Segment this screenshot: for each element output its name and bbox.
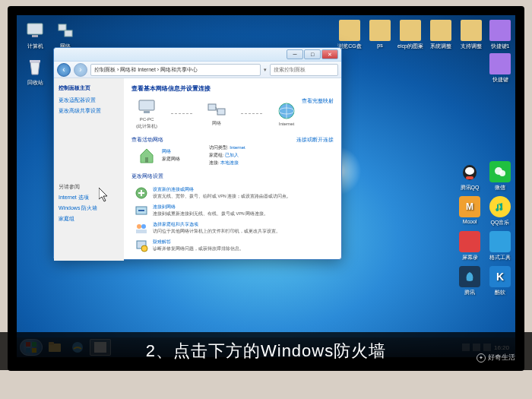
- desktop-icon-folder-4[interactable]: 系统调整: [427, 20, 454, 50]
- desktop-icon-computer[interactable]: 计算机: [21, 20, 49, 50]
- search-input[interactable]: [270, 64, 338, 76]
- svg-rect-2: [59, 24, 66, 30]
- change-settings-heading: 更改网络设置: [131, 173, 334, 180]
- svg-rect-10: [139, 100, 154, 110]
- network-name-link[interactable]: 网络: [162, 147, 180, 155]
- connect-disconnect-link[interactable]: 连接或断开连接: [296, 136, 334, 144]
- desktop-icon-mcool[interactable]: MMcool: [456, 196, 483, 224]
- desktop-icon-qqmusic[interactable]: QQ音乐: [486, 196, 514, 226]
- svg-point-25: [141, 245, 147, 252]
- svg-rect-7: [466, 176, 473, 179]
- control-panel-window: ─ □ ✕ ‹ › 控制面板 › 网络和 Internet › 网络和共享中心 …: [53, 47, 342, 260]
- node-network: 网络: [206, 100, 227, 127]
- sidebar-heading: 控制面板主页: [59, 84, 119, 92]
- svg-point-22: [141, 224, 146, 229]
- desktop-icon-kuai[interactable]: K酷软: [486, 266, 514, 296]
- desktop-icon-recycle-bin[interactable]: 回收站: [21, 56, 49, 87]
- svg-point-9: [499, 170, 505, 176]
- sidebar-link-adapter[interactable]: 更改适配器设置: [59, 97, 119, 104]
- desktop-icon-tencent[interactable]: 腾讯: [456, 266, 483, 296]
- window-titlebar[interactable]: ─ □ ✕: [54, 48, 341, 62]
- forward-button[interactable]: ›: [74, 63, 87, 77]
- desktop-icon-format[interactable]: 格式工具: [486, 231, 514, 261]
- svg-rect-4: [30, 60, 40, 62]
- svg-rect-18: [145, 157, 148, 163]
- watermark: ✦好奇生活: [477, 353, 515, 363]
- sidebar-link-sharing[interactable]: 更改高级共享设置: [59, 107, 119, 115]
- desktop[interactable]: 计算机 网络 回收站 浏览CG盘 ps eicp的图案 系统调整 支持调整 快捷…: [17, 15, 515, 357]
- setup-icon: [135, 186, 148, 200]
- svg-rect-3: [65, 30, 72, 36]
- desktop-icon-recorder[interactable]: 屏幕录: [456, 231, 483, 261]
- active-network-box: 网络 家庭网络 访问类型: Internet 家庭组: 已加入 连接: 本地连接: [131, 144, 334, 166]
- close-button[interactable]: ✕: [321, 49, 338, 59]
- connect-network-item[interactable]: 连接到网络连接到或重新连接到无线、有线、拨号或 VPN 网络连接。: [131, 204, 334, 217]
- connection-link[interactable]: 本地连接: [220, 160, 239, 165]
- view-full-map-link[interactable]: 查看完整映射: [302, 97, 334, 105]
- sidebar-link-internet-options[interactable]: Internet 选项: [59, 194, 119, 201]
- svg-point-6: [465, 167, 474, 175]
- active-networks-heading: 查看活动网络: [131, 137, 163, 142]
- mouse-cursor: [99, 188, 109, 203]
- homegroup-item[interactable]: 选择家庭组和共享选项访问位于其他网络计算机上的文件和打印机，或更改共享设置。: [131, 221, 334, 235]
- svg-rect-11: [144, 111, 150, 113]
- sidebar-also-heading: 另请参阅: [59, 183, 119, 191]
- troubleshoot-icon: [135, 239, 148, 252]
- svg-point-21: [137, 224, 141, 229]
- troubleshoot-item[interactable]: 疑难解答诊断并修复网络问题，或获得故障排除信息。: [131, 239, 334, 252]
- homegroup-icon: [135, 221, 148, 235]
- desktop-icon-folder-7[interactable]: 快捷键: [486, 53, 514, 84]
- svg-rect-12: [208, 104, 216, 110]
- setup-connection-item[interactable]: 设置新的连接或网络设置无线、宽带、拨号、临时或 VPN 连接；或设置路由器或访问…: [131, 186, 334, 200]
- svg-rect-13: [217, 109, 225, 115]
- desktop-icon-folder-5[interactable]: 支持调整: [458, 20, 485, 50]
- sidebar-link-homegroup[interactable]: 家庭组: [59, 215, 119, 223]
- desktop-icon-folder-3[interactable]: eicp的图案: [397, 20, 424, 50]
- desktop-icon-wechat[interactable]: 微信: [486, 161, 514, 192]
- desktop-icon-qq[interactable]: 腾讯QQ: [456, 161, 483, 192]
- node-pc: PC-PC (此计算机): [136, 97, 157, 130]
- minimize-button[interactable]: ─: [287, 49, 303, 59]
- breadcrumb[interactable]: 控制面板 › 网络和 Internet › 网络和共享中心: [90, 64, 261, 76]
- node-internet: Internet: [276, 102, 297, 126]
- sidebar-link-windows-firewall[interactable]: Windows 防火墙: [59, 204, 119, 212]
- back-button[interactable]: ‹: [57, 63, 71, 77]
- page-title: 查看基本网络信息并设置连接: [131, 84, 334, 93]
- home-network-icon: [138, 146, 156, 164]
- main-panel: 查看基本网络信息并设置连接 查看完整映射 PC-PC (此计算机) 网络 Int…: [124, 78, 341, 261]
- sidebar: 控制面板主页 更改适配器设置 更改高级共享设置 另请参阅 Internet 选项…: [54, 78, 124, 261]
- svg-rect-23: [136, 230, 147, 233]
- svg-rect-0: [27, 24, 43, 34]
- desktop-icon-folder-1[interactable]: 浏览CG盘: [336, 20, 363, 50]
- network-map: PC-PC (此计算机) 网络 Internet: [131, 97, 302, 130]
- desktop-icon-folder-6[interactable]: 快捷键1: [486, 20, 514, 50]
- svg-rect-1: [32, 35, 38, 37]
- monitor-frame: 计算机 网络 回收站 浏览CG盘 ps eicp的图案 系统调整 支持调整 快捷…: [8, 6, 524, 371]
- connect-icon: [135, 204, 148, 217]
- desktop-icon-network[interactable]: 网络: [52, 20, 79, 50]
- desktop-icon-folder-2[interactable]: ps: [366, 20, 394, 48]
- maximize-button[interactable]: □: [304, 49, 321, 59]
- address-bar-row: ‹ › 控制面板 › 网络和 Internet › 网络和共享中心 ▾: [54, 62, 341, 78]
- caption-overlay: 2、点击下方的Windows防火墙: [0, 332, 532, 370]
